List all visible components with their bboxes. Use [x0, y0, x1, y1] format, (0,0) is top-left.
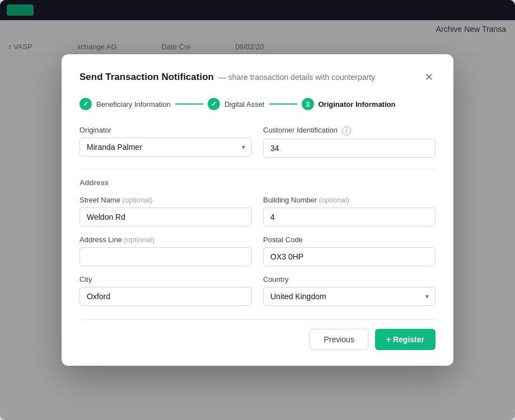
postal-code-label: Postal Code — [263, 235, 436, 244]
step-connector-1 — [175, 103, 203, 105]
city-country-row: City Country United Kingdom United State… — [79, 275, 436, 306]
country-group: Country United Kingdom United States Ger… — [263, 275, 436, 306]
stepper: ✓ Beneficiary Information ✓ Digital Asse… — [79, 98, 436, 110]
step-2-label: Digital Asset — [224, 100, 265, 108]
address-line-input[interactable] — [79, 247, 252, 266]
address-postal-row: Address Line (optional) Postal Code — [79, 235, 436, 266]
country-select-wrapper: United Kingdom United States Germany Fra… — [263, 287, 436, 306]
postal-code-input[interactable] — [263, 247, 436, 266]
street-name-group: Street Name (optional) — [79, 196, 252, 226]
originator-group: Originator Miranda Palmer ▾ — [79, 126, 252, 158]
customer-id-group: Customer Identification i — [263, 126, 436, 158]
postal-code-group: Postal Code — [263, 235, 436, 266]
originator-select[interactable]: Miranda Palmer — [79, 138, 252, 157]
country-select[interactable]: United Kingdom United States Germany Fra… — [263, 287, 436, 306]
modal-overlay: Send Transaction Notification — share tr… — [0, 0, 515, 420]
originator-label: Originator — [79, 126, 252, 134]
step-3-originator: 3 Originator Information — [302, 98, 396, 110]
building-number-label: Building Number (optional) — [263, 196, 436, 204]
building-number-group: Building Number (optional) — [263, 196, 436, 226]
country-label: Country — [263, 275, 436, 284]
modal-header: Send Transaction Notification — share tr… — [79, 70, 436, 84]
modal-title: Send Transaction Notification — [79, 72, 214, 83]
originator-row: Originator Miranda Palmer ▾ Customer Ide… — [79, 126, 436, 158]
city-label: City — [79, 275, 252, 284]
customer-id-label: Customer Identification i — [263, 126, 436, 135]
step-3-icon: 3 — [302, 98, 314, 110]
step-1-label: Beneficiary Information — [96, 100, 171, 108]
address-line-label: Address Line (optional) — [79, 235, 252, 244]
close-button[interactable]: ✕ — [423, 70, 436, 84]
city-input[interactable] — [79, 287, 252, 306]
street-building-row: Street Name (optional) Building Number (… — [79, 196, 436, 226]
step-1-icon: ✓ — [79, 98, 92, 110]
step-2-icon: ✓ — [208, 98, 220, 110]
step-connector-2 — [269, 103, 297, 105]
address-line-group: Address Line (optional) — [79, 235, 252, 266]
building-number-input[interactable] — [263, 207, 436, 226]
customer-id-input[interactable] — [263, 139, 436, 158]
step-1-beneficiary: ✓ Beneficiary Information — [79, 98, 171, 110]
street-name-label: Street Name (optional) — [79, 196, 252, 204]
modal-subtitle: — share transaction details with counter… — [218, 73, 375, 82]
register-button[interactable]: + Register — [375, 329, 436, 350]
step-3-label: Originator Information — [319, 100, 396, 108]
modal-title-row: Send Transaction Notification — share tr… — [79, 72, 375, 83]
city-group: City — [79, 275, 252, 306]
street-name-input[interactable] — [79, 207, 252, 226]
send-transaction-modal: Send Transaction Notification — share tr… — [62, 54, 453, 366]
customer-id-info-icon: i — [342, 126, 351, 135]
address-heading: Address — [79, 178, 436, 187]
originator-select-wrapper: Miranda Palmer ▾ — [79, 138, 252, 157]
previous-button[interactable]: Previous — [310, 329, 368, 350]
modal-footer: Previous + Register — [79, 319, 436, 350]
address-divider — [79, 169, 436, 169]
step-2-digital-asset: ✓ Digital Asset — [208, 98, 265, 110]
